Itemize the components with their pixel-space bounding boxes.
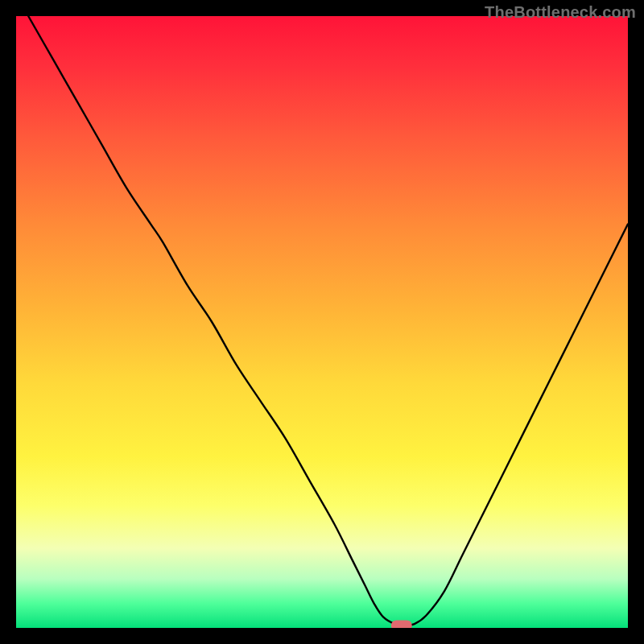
bottleneck-curve-path xyxy=(28,16,628,625)
optimum-marker xyxy=(391,620,412,628)
watermark-text: TheBottleneck.com xyxy=(485,3,636,22)
chart-frame: TheBottleneck.com xyxy=(0,0,644,644)
plot-area xyxy=(16,16,628,628)
bottleneck-curve-svg xyxy=(16,16,628,628)
